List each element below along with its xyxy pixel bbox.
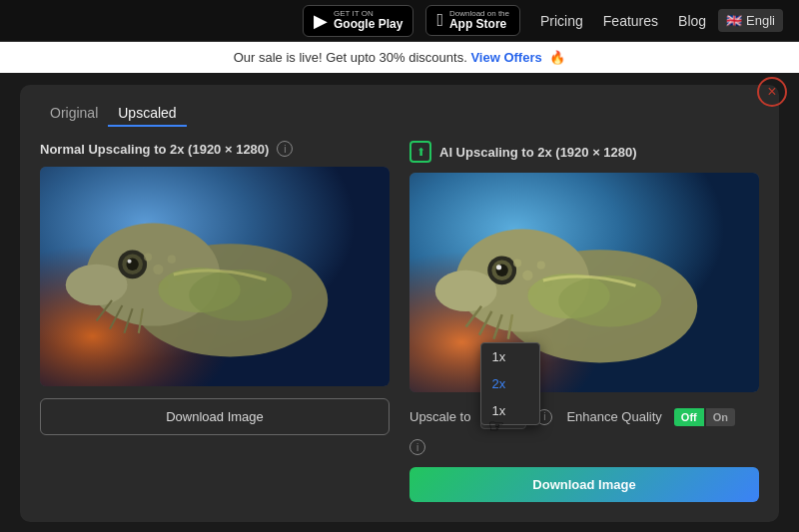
normal-upscaling-title: Normal Upscaling to 2x (1920 × 1280) [40, 142, 269, 157]
ai-lizard-svg [409, 173, 759, 392]
enhance-info-icon[interactable]: i [409, 439, 425, 455]
upscale-label: Upscale to [409, 409, 470, 424]
tab-original[interactable]: Original [40, 101, 108, 127]
tabs: Original Upscaled [40, 101, 759, 127]
tab-upscaled[interactable]: Upscaled [108, 101, 186, 127]
features-link[interactable]: Features [603, 13, 658, 29]
columns: Normal Upscaling to 2x (1920 × 1280) i [40, 141, 759, 502]
app-store-name-label: App Store [449, 18, 509, 31]
normal-info-icon[interactable]: i [277, 141, 293, 157]
svg-point-9 [153, 265, 163, 274]
normal-lizard-svg [40, 167, 390, 386]
upscale-select-wrapper: 2x 1x ▼ 1x 2x 1x ☞ [480, 404, 526, 429]
cursor-icon: ☞ [488, 415, 504, 437]
header: ▶ GET IT ON Google Play  Download on th… [0, 0, 799, 42]
dropdown-item-1x-top[interactable]: 1x [481, 343, 539, 370]
normal-upscaling-header: Normal Upscaling to 2x (1920 × 1280) i [40, 141, 390, 157]
svg-point-29 [522, 270, 532, 280]
svg-point-11 [144, 253, 152, 261]
svg-point-28 [496, 265, 501, 269]
svg-point-8 [128, 260, 132, 264]
ai-upscaling-column: ⬆ AI Upscaling to 2x (1920 × 1280) [409, 141, 759, 502]
svg-point-30 [537, 262, 545, 269]
ai-upscaling-title: AI Upscaling to 2x (1920 × 1280) [439, 145, 637, 160]
enhance-quality-label: Enhance Quality [566, 409, 661, 424]
view-offers-link[interactable]: View Offers [470, 50, 541, 65]
svg-point-10 [168, 256, 176, 264]
ai-icon: ⬆ [409, 141, 431, 163]
google-play-name-label: Google Play [334, 18, 402, 31]
close-button[interactable]: × [757, 77, 787, 107]
language-button[interactable]: 🇬🇧 Engli [718, 9, 783, 32]
svg-point-31 [513, 259, 521, 266]
enhance-toggle: Off On [674, 408, 735, 426]
google-play-icon: ▶ [314, 10, 328, 32]
blog-link[interactable]: Blog [678, 13, 706, 29]
svg-point-19 [189, 269, 292, 320]
toggle-on-button[interactable]: On [706, 408, 735, 426]
pricing-link[interactable]: Pricing [540, 13, 583, 29]
ai-upscaling-header: ⬆ AI Upscaling to 2x (1920 × 1280) [409, 141, 759, 163]
language-label: Engli [746, 13, 775, 28]
dropdown-item-2x[interactable]: 2x [481, 370, 539, 397]
app-store-button[interactable]:  Download on the App Store [425, 5, 520, 37]
normal-image-preview [40, 167, 390, 386]
sale-banner: Our sale is live! Get upto 30% discounts… [0, 42, 799, 73]
main-card: × Original Upscaled Normal Upscaling to … [20, 85, 779, 522]
ai-image-preview [409, 173, 759, 392]
toggle-off-button[interactable]: Off [674, 408, 704, 426]
apple-icon:  [436, 10, 443, 31]
normal-upscaling-column: Normal Upscaling to 2x (1920 × 1280) i [40, 141, 390, 502]
flag-icon: 🇬🇧 [726, 13, 742, 28]
fire-emoji: 🔥 [549, 50, 565, 65]
svg-point-39 [558, 275, 661, 326]
svg-point-24 [435, 270, 497, 311]
sale-text: Our sale is live! Get upto 30% discounts… [234, 50, 467, 65]
nav-links: Pricing Features Blog [540, 13, 706, 29]
normal-download-button[interactable]: Download Image [40, 398, 390, 435]
svg-point-4 [66, 265, 128, 305]
upscale-dropdown-popup: 1x 2x 1x [480, 342, 540, 425]
google-play-button[interactable]: ▶ GET IT ON Google Play [303, 5, 413, 37]
ai-controls: Upscale to 2x 1x ▼ 1x 2x 1x ☞ i [409, 404, 759, 455]
ai-download-button[interactable]: Download Image [409, 467, 759, 502]
